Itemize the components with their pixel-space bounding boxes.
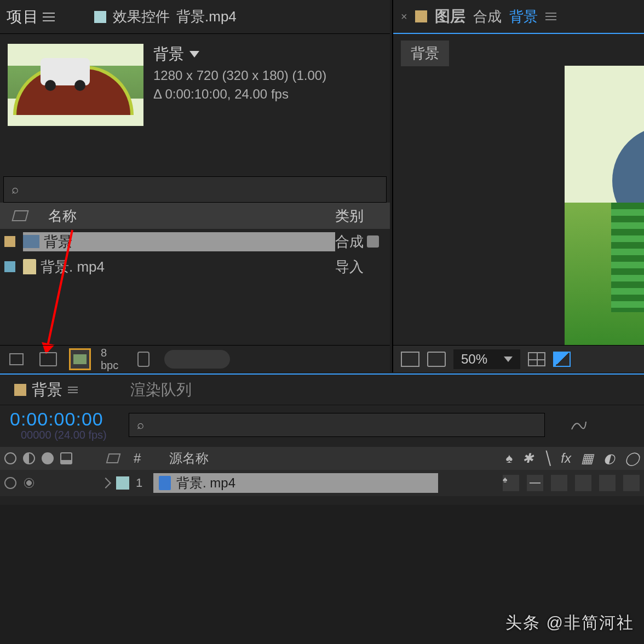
snapshot-button[interactable]	[401, 352, 419, 367]
tab-effect-controls[interactable]: 效果控件 背景.mp4	[94, 7, 237, 26]
zoom-value: 50%	[461, 352, 487, 367]
preview-panel: × 图层 合成 背景 背景 50%	[392, 0, 644, 372]
frame-blend-icon[interactable]: ▦	[581, 451, 594, 466]
project-panel: 项目 效果控件 背景.mp4 背景 1280 x 720 (320 x 180)…	[0, 0, 390, 372]
fx-switch[interactable]	[551, 475, 567, 491]
audio-toggle[interactable]	[23, 477, 35, 489]
collapse-icon[interactable]: ✱	[522, 451, 533, 466]
asset-row-type: 导入	[335, 257, 364, 277]
column-type[interactable]: 类别	[335, 206, 390, 226]
project-tab-row: 项目 效果控件 背景.mp4	[0, 0, 390, 34]
panel-menu-icon[interactable]	[545, 13, 556, 20]
shy-switch[interactable]: ♠	[503, 475, 519, 491]
quality-icon[interactable]: ╲	[543, 451, 551, 466]
column-name[interactable]: 名称	[41, 206, 335, 226]
timeline-search[interactable]: ⌕	[129, 413, 545, 437]
preview-toolbar: 50%	[393, 345, 644, 372]
source-name-column[interactable]: 源名称	[169, 450, 209, 467]
motion-blur-switch[interactable]	[599, 475, 616, 491]
timeline-tab-comp[interactable]: 背景	[14, 380, 78, 400]
footage-icon	[159, 476, 171, 490]
asset-table-header: 名称 类别	[0, 203, 390, 229]
asset-thumbnail[interactable]	[8, 44, 143, 126]
color-swatch-icon	[415, 10, 427, 22]
asset-duration: Δ 0:00:10:00, 24.00 fps	[153, 87, 326, 102]
tab-project[interactable]: 项目	[7, 7, 55, 27]
frame-blend-switch[interactable]	[575, 475, 591, 491]
lock-column-icon[interactable]	[60, 452, 72, 464]
timeline-tab-label: 背景	[32, 380, 62, 400]
layer-name-cell[interactable]: 背景. mp4	[153, 473, 438, 493]
layer-switches: ♠	[503, 475, 640, 491]
asset-resolution: 1280 x 720 (320 x 180) (1.00)	[153, 68, 326, 83]
expand-arrow-icon[interactable]	[100, 478, 111, 488]
asset-title: 背景	[153, 44, 184, 65]
dropdown-icon[interactable]	[189, 51, 199, 58]
panel-menu-icon[interactable]	[68, 387, 78, 393]
asset-metadata: 背景 1280 x 720 (320 x 180) (1.00) Δ 0:00:…	[153, 44, 326, 126]
visibility-toggle[interactable]	[4, 477, 16, 489]
timeline-panel: 背景 渲染队列 0:00:00:00 00000 (24.00 fps) ⌕ #…	[0, 373, 644, 505]
effect-target-name: 背景.mp4	[176, 7, 237, 26]
asset-info-block: 背景 1280 x 720 (320 x 180) (1.00) Δ 0:00:…	[0, 34, 390, 133]
toggle-alpha-button[interactable]	[427, 352, 446, 367]
tab-active-comp[interactable]: 背景	[509, 7, 538, 26]
color-swatch-icon	[14, 384, 26, 396]
tab-effect-label: 效果控件	[113, 7, 170, 26]
project-search-pill[interactable]	[164, 350, 230, 369]
asset-row-footage[interactable]: 背景. mp4 导入	[0, 254, 390, 279]
composition-icon	[23, 235, 39, 248]
zoom-dropdown[interactable]: 50%	[453, 349, 520, 369]
current-timecode[interactable]: 0:00:00:00	[10, 409, 107, 430]
panel-menu-icon[interactable]	[43, 13, 55, 21]
interpret-footage-button[interactable]	[5, 348, 27, 370]
mask-toggle-button[interactable]	[553, 352, 571, 367]
fx-icon[interactable]: fx	[561, 451, 571, 466]
layer-row[interactable]: 1 背景. mp4 ♠	[0, 470, 644, 496]
trash-icon	[137, 352, 150, 367]
close-icon[interactable]: ×	[401, 10, 407, 23]
label-color-swatch[interactable]	[4, 236, 15, 247]
video-column-icon[interactable]	[4, 452, 16, 464]
adjustment-switch[interactable]	[623, 475, 640, 491]
composition-viewer[interactable]	[565, 66, 644, 345]
project-search[interactable]: ⌕	[3, 176, 387, 203]
layer-name: 背景. mp4	[176, 474, 235, 492]
layer-columns-header: # 源名称 ♠ ✱ ╲ fx ▦ ◐ ◯	[0, 447, 644, 470]
color-swatch-icon	[94, 11, 106, 23]
delete-button[interactable]	[133, 348, 154, 370]
motion-blur-icon[interactable]: ◐	[603, 451, 615, 466]
chevron-down-icon	[504, 357, 513, 362]
tab-layer[interactable]: 图层	[435, 6, 465, 27]
timeline-tab-row: 背景 渲染队列	[0, 375, 644, 405]
graph-editor-button[interactable]	[567, 413, 590, 436]
solo-column-icon[interactable]	[42, 452, 54, 464]
timecode-frames: 00000 (24.00 fps)	[10, 429, 107, 441]
asset-row-type: 合成	[335, 232, 364, 251]
label-color-swatch[interactable]	[4, 261, 15, 272]
bpc-label: 8 bpc	[101, 347, 123, 372]
bpc-button[interactable]: 8 bpc	[101, 348, 123, 370]
layer-index: 1	[136, 476, 147, 490]
tag-column-icon[interactable]	[12, 210, 28, 221]
new-composition-button[interactable]	[69, 348, 91, 370]
label-column-icon[interactable]	[106, 453, 121, 463]
timeline-tab-render-queue[interactable]: 渲染队列	[130, 380, 192, 400]
adjustment-icon[interactable]: ◯	[625, 451, 640, 466]
layer-switch-header: ♠ ✱ ╲ fx ▦ ◐ ◯	[506, 451, 640, 466]
project-toolbar: 8 bpc	[0, 345, 390, 372]
comp-type-icon	[367, 235, 379, 248]
shy-icon[interactable]: ♠	[506, 451, 513, 466]
asset-row-composition[interactable]: 背景 合成	[0, 229, 390, 254]
audio-column-icon[interactable]	[23, 452, 35, 464]
quality-switch[interactable]	[527, 475, 543, 491]
new-folder-button[interactable]	[37, 348, 59, 370]
search-icon: ⌕	[137, 418, 144, 432]
preview-tab-row: × 图层 合成 背景	[393, 0, 644, 34]
footage-icon	[23, 259, 36, 274]
tab-composition[interactable]: 合成	[473, 7, 502, 26]
layer-label-color[interactable]	[116, 476, 129, 490]
composition-subtab[interactable]: 背景	[401, 41, 449, 66]
grid-toggle-button[interactable]	[528, 352, 545, 366]
tab-project-label: 项目	[7, 7, 39, 27]
